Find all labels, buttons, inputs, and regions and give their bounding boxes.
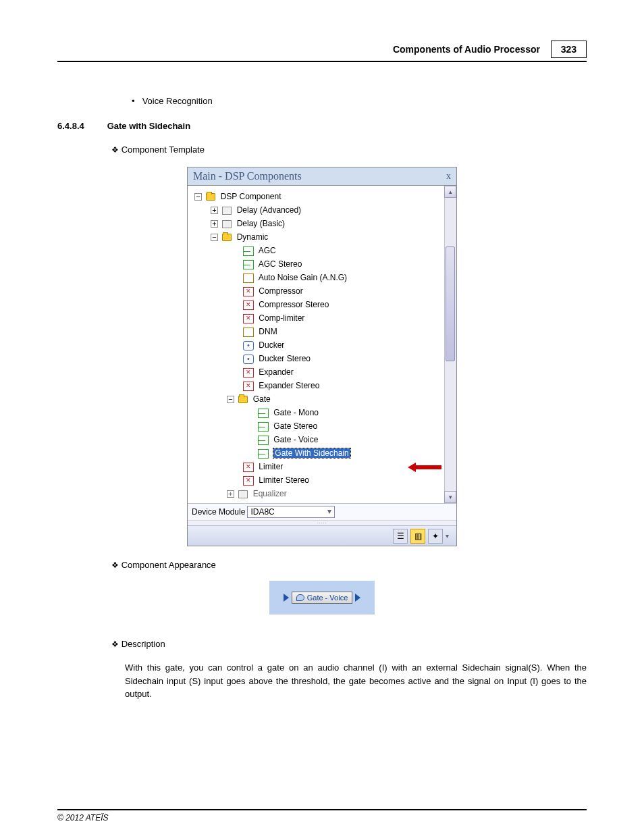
- tree-label: Auto Noise Gain (A.N.G): [259, 273, 347, 282]
- input-arrow-icon: [284, 594, 289, 602]
- vertical-scrollbar[interactable]: ▴ ▾: [444, 186, 456, 503]
- resize-grip[interactable]: ·····: [188, 520, 456, 525]
- component-icon: [238, 490, 248, 498]
- output-arrow-icon: [355, 594, 360, 602]
- subheading-component-appearance: ❖ Component Appearance: [111, 560, 587, 570]
- component-appearance-box: Gate - Voice: [269, 581, 375, 615]
- gate-chip-label: Gate - Voice: [307, 594, 348, 602]
- section-title: Gate with Sidechain: [107, 121, 191, 131]
- toolbar-view-icon[interactable]: ▥: [410, 529, 425, 544]
- tree-label: Delay (Basic): [237, 219, 285, 228]
- wave-icon: [243, 273, 254, 283]
- subheading-description: ❖ Description: [111, 639, 587, 649]
- panel-toolbar: ☰ ▥ ✦ ▾: [188, 525, 456, 546]
- tree-node-dynamic[interactable]: − Dynamic: [190, 230, 441, 244]
- expander-icon: [243, 382, 254, 391]
- tree-node-ducker[interactable]: Ducker: [190, 338, 441, 352]
- device-module-value: IDA8C: [250, 507, 274, 517]
- agc-icon: [243, 246, 254, 256]
- toolbar-list-icon[interactable]: ☰: [393, 529, 408, 544]
- expand-icon[interactable]: +: [211, 207, 218, 214]
- tree-node-gate-stereo[interactable]: Gate Stereo: [190, 419, 441, 433]
- tree-label: Gate Stereo: [273, 421, 317, 431]
- tree-node-gate[interactable]: − Gate: [190, 392, 441, 406]
- tree-node-dsp-component[interactable]: − DSP Component: [190, 190, 441, 203]
- tree-node-limiter[interactable]: Limiter: [190, 460, 441, 473]
- scroll-down-button[interactable]: ▾: [444, 491, 456, 503]
- tree-node-delay-advanced[interactable]: + Delay (Advanced): [190, 203, 441, 217]
- toolbar-dropdown-icon[interactable]: ▾: [446, 532, 452, 540]
- tree-label: Equalizer: [253, 489, 287, 498]
- collapse-icon[interactable]: −: [227, 396, 234, 403]
- tree-label: DNM: [259, 327, 277, 336]
- dsp-components-panel: Main - DSP Components x − DSP Component …: [187, 167, 457, 546]
- tree-node-gate-voice[interactable]: Gate - Voice: [190, 433, 441, 446]
- gate-chip-icon: [296, 594, 304, 601]
- close-icon[interactable]: x: [446, 171, 451, 182]
- page-number: 323: [551, 41, 587, 58]
- expand-icon[interactable]: +: [227, 490, 234, 498]
- tree-node-expander-stereo[interactable]: Expander Stereo: [190, 379, 441, 392]
- scroll-thumb[interactable]: [446, 246, 455, 361]
- tree-label: Comp-limiter: [259, 313, 304, 323]
- diamond-icon: ❖: [111, 640, 119, 649]
- header-title: Components of Audio Processor: [393, 44, 540, 55]
- tree-node-agc[interactable]: AGC: [190, 244, 441, 257]
- gate-icon: [258, 409, 269, 418]
- tree-node-gate-mono[interactable]: Gate - Mono: [190, 406, 441, 419]
- tree-label: DSP Component: [221, 192, 281, 201]
- subheading-text: Component Template: [122, 145, 205, 155]
- scroll-up-button[interactable]: ▴: [444, 186, 456, 198]
- device-module-select[interactable]: IDA8C: [247, 506, 335, 518]
- bullet-dot-icon: •: [132, 96, 140, 106]
- tree-node-compressor-stereo[interactable]: Compressor Stereo: [190, 298, 441, 311]
- collapse-icon[interactable]: −: [194, 193, 202, 201]
- tree-label: Compressor Stereo: [259, 300, 329, 309]
- tree-node-agc-stereo[interactable]: AGC Stereo: [190, 257, 441, 271]
- red-arrow-icon: [408, 463, 441, 472]
- tree-node-limiter-stereo[interactable]: Limiter Stereo: [190, 473, 441, 487]
- section-number: 6.4.8.4: [57, 121, 105, 131]
- tree-label: Expander: [259, 367, 293, 377]
- tree-label: Gate - Mono: [273, 408, 319, 417]
- subheading-component-template: ❖ Component Template: [111, 145, 587, 155]
- tree-label: AGC: [259, 246, 276, 255]
- subheading-text: Description: [122, 639, 165, 649]
- tree-node-equalizer-cut[interactable]: + Equalizer: [190, 487, 441, 500]
- tree-label: Limiter: [259, 462, 283, 471]
- tree-label: Ducker Stereo: [259, 354, 311, 363]
- tree-label: Dynamic: [237, 232, 269, 242]
- tree-node-comp-limiter[interactable]: Comp-limiter: [190, 311, 441, 325]
- gate-icon: [258, 449, 269, 459]
- limiter-icon: [243, 463, 254, 472]
- gate-voice-chip[interactable]: Gate - Voice: [292, 592, 353, 604]
- component-icon: [222, 220, 232, 228]
- folder-icon: [238, 396, 248, 403]
- bullet-text: Voice Recognition: [142, 96, 213, 106]
- description-paragraph: With this gate, you can control a gate o…: [125, 661, 587, 701]
- tree-node-ducker-stereo[interactable]: Ducker Stereo: [190, 352, 441, 365]
- agc-icon: [243, 260, 254, 269]
- device-module-label: Device Module: [192, 507, 245, 517]
- tree-view[interactable]: − DSP Component + Delay (Advanced) + Del…: [188, 186, 444, 503]
- tree-label: Gate: [253, 394, 271, 404]
- expand-icon[interactable]: +: [211, 220, 218, 228]
- folder-icon: [222, 234, 232, 241]
- tree-node-gate-sidechain[interactable]: Gate With Sidechain: [190, 446, 441, 460]
- tree-label: Expander Stereo: [259, 381, 319, 390]
- tree-node-ang[interactable]: Auto Noise Gain (A.N.G): [190, 271, 441, 284]
- tree-node-delay-basic[interactable]: + Delay (Basic): [190, 217, 441, 230]
- tree-label: Compressor: [259, 286, 302, 296]
- bullet-voice-recognition: • Voice Recognition: [132, 96, 587, 106]
- panel-title-text: Main - DSP Components: [193, 170, 302, 182]
- tree-node-expander[interactable]: Expander: [190, 365, 441, 379]
- compressor-icon: [243, 314, 254, 323]
- tree-node-dnm[interactable]: DNM: [190, 325, 441, 338]
- wave-icon: [243, 328, 254, 337]
- toolbar-settings-icon[interactable]: ✦: [428, 529, 443, 544]
- tree-node-compressor[interactable]: Compressor: [190, 284, 441, 298]
- compressor-icon: [243, 287, 254, 296]
- diamond-icon: ❖: [111, 561, 119, 570]
- collapse-icon[interactable]: −: [211, 234, 218, 241]
- component-icon: [222, 207, 232, 215]
